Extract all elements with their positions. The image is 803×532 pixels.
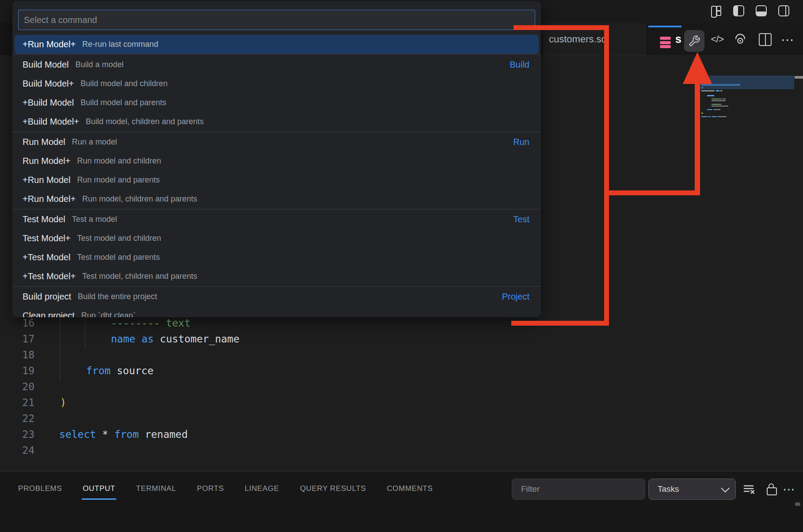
command-description: Build the entire project bbox=[78, 292, 157, 301]
vscode-window: customers.sql s </> ⋯ 16 bbox=[0, 0, 803, 532]
command-separator bbox=[12, 286, 541, 287]
command-description: Run model and parents bbox=[77, 175, 160, 185]
command-item[interactable]: +Run ModelRun model and parents bbox=[12, 171, 541, 190]
preview-icon[interactable] bbox=[732, 23, 748, 56]
command-description: Test model, children and parents bbox=[82, 272, 197, 281]
indent-guide bbox=[60, 315, 60, 381]
command-name: +Run Model bbox=[23, 175, 70, 185]
line-number: 24 bbox=[0, 442, 34, 458]
minimap-line bbox=[712, 100, 726, 101]
chevron-down-icon bbox=[721, 484, 730, 493]
panel-tab-terminal[interactable]: TERMINAL bbox=[136, 479, 176, 499]
wrench-icon bbox=[688, 35, 700, 47]
minimap-line bbox=[701, 90, 715, 91]
command-description: Build model and parents bbox=[80, 98, 166, 107]
split-editor-icon[interactable] bbox=[757, 23, 773, 56]
command-name: Clean project bbox=[23, 311, 75, 317]
command-item[interactable]: Test Model+Test model and children bbox=[12, 229, 541, 248]
line-number: 17 bbox=[0, 331, 34, 347]
toggle-secondary-sidebar-icon[interactable] bbox=[778, 5, 790, 17]
panel-more-actions-icon[interactable]: ⋯ bbox=[780, 479, 798, 500]
line-number: 21 bbox=[0, 395, 34, 410]
command-item[interactable]: Clean projectRun `dbt clean` bbox=[12, 306, 541, 317]
dbt-actions-button[interactable] bbox=[684, 30, 704, 52]
minimap-line bbox=[712, 99, 721, 99]
code-line: 18 bbox=[0, 347, 663, 363]
command-item[interactable]: Run Model+Run model and children bbox=[12, 152, 541, 171]
code-line: 20 bbox=[0, 379, 663, 395]
clear-output-icon[interactable] bbox=[741, 479, 757, 500]
command-description: Test model and children bbox=[77, 234, 161, 243]
toggle-panel-icon[interactable] bbox=[755, 5, 767, 17]
code-line: 21) bbox=[0, 395, 663, 410]
code-text: select * from renamed bbox=[59, 426, 188, 442]
line-number: 19 bbox=[0, 363, 34, 379]
code-text: ) bbox=[60, 395, 66, 410]
command-name: Build Model bbox=[23, 60, 69, 70]
command-description: Build a model bbox=[76, 60, 124, 69]
command-item[interactable]: +Build ModelBuild model and parents bbox=[12, 93, 541, 112]
command-group-badge: Test bbox=[513, 214, 529, 224]
panel-scrollbar[interactable] bbox=[795, 502, 800, 506]
annotation-arrowhead-icon bbox=[683, 52, 712, 84]
tasks-label: Tasks bbox=[658, 484, 679, 494]
line-number: 23 bbox=[0, 426, 34, 442]
minimap-selection[interactable] bbox=[700, 76, 794, 89]
command-list: +Run Model+Re-run last commandBuild Mode… bbox=[12, 35, 541, 317]
command-item[interactable]: Test ModelTest a modelTest bbox=[12, 210, 541, 229]
command-description: Re-run last command bbox=[82, 40, 158, 49]
layout-controls bbox=[710, 5, 790, 17]
command-item[interactable]: Run ModelRun a modelRun bbox=[12, 133, 541, 152]
minimap-line bbox=[712, 116, 717, 117]
line-number: 22 bbox=[0, 410, 34, 426]
annotation-line-vertical bbox=[604, 25, 609, 326]
compiled-code-icon[interactable]: </> bbox=[709, 23, 725, 56]
customize-layout-icon[interactable] bbox=[710, 5, 722, 17]
annotation-arrow-shaft bbox=[695, 82, 700, 195]
command-input[interactable] bbox=[18, 10, 535, 30]
panel-tab-query-results[interactable]: QUERY RESULTS bbox=[300, 479, 366, 499]
minimap-line bbox=[720, 90, 722, 91]
filter-input[interactable] bbox=[512, 479, 645, 500]
command-item[interactable]: Build Model+Build model and children bbox=[12, 74, 541, 93]
code-text: from source bbox=[86, 363, 153, 379]
annotation-line-top bbox=[514, 25, 607, 30]
tasks-dropdown[interactable]: Tasks bbox=[648, 479, 736, 500]
panel-tab-ports[interactable]: PORTS bbox=[197, 479, 224, 499]
command-name: Test Model+ bbox=[23, 233, 70, 243]
code-line: 19from source bbox=[0, 363, 663, 379]
panel-tab-problems[interactable]: PROBLEMS bbox=[18, 479, 62, 499]
command-item[interactable]: +Test ModelTest model and parents bbox=[12, 248, 541, 267]
command-item[interactable]: +Run Model+Re-run last command bbox=[15, 35, 539, 54]
line-number: 20 bbox=[0, 379, 34, 395]
lock-icon[interactable] bbox=[764, 479, 780, 500]
command-separator bbox=[12, 54, 541, 55]
annotation-line-middle bbox=[606, 190, 697, 195]
command-item[interactable]: Build ModelBuild a modelBuild bbox=[12, 55, 541, 74]
minimap-line bbox=[701, 113, 703, 114]
toolbar-s-label: s bbox=[675, 33, 681, 46]
command-item[interactable]: +Build Model+Build model, children and p… bbox=[12, 112, 541, 131]
command-item[interactable]: Build projectBuild the entire projectPro… bbox=[12, 287, 541, 306]
command-separator bbox=[12, 132, 541, 132]
minimap-line bbox=[701, 87, 704, 88]
command-item[interactable]: +Run Model+Run model, children and paren… bbox=[12, 190, 541, 209]
panel-tab-output[interactable]: OUTPUT bbox=[83, 479, 115, 499]
command-separator bbox=[12, 209, 541, 209]
minimap-line bbox=[712, 106, 728, 106]
minimap-line bbox=[713, 109, 720, 110]
panel-tab-lineage[interactable]: LINEAGE bbox=[245, 479, 279, 499]
command-description: Test a model bbox=[72, 215, 117, 224]
command-name: +Test Model+ bbox=[23, 271, 76, 281]
more-actions-icon[interactable]: ⋯ bbox=[779, 23, 797, 56]
command-item[interactable]: +Test Model+Test model, children and par… bbox=[12, 267, 541, 286]
panel-tab-comments[interactable]: COMMENTS bbox=[387, 479, 433, 499]
minimap-line bbox=[718, 116, 727, 117]
command-name: +Run Model+ bbox=[23, 194, 76, 204]
database-icon[interactable] bbox=[660, 37, 671, 49]
command-description: Run a model bbox=[72, 137, 117, 147]
panel-tabs: PROBLEMSOUTPUTTERMINALPORTSLINEAGEQUERY … bbox=[18, 479, 433, 499]
command-description: Run model and children bbox=[77, 156, 161, 166]
toggle-sidebar-icon[interactable] bbox=[733, 5, 745, 17]
command-group-badge: Run bbox=[513, 137, 529, 147]
